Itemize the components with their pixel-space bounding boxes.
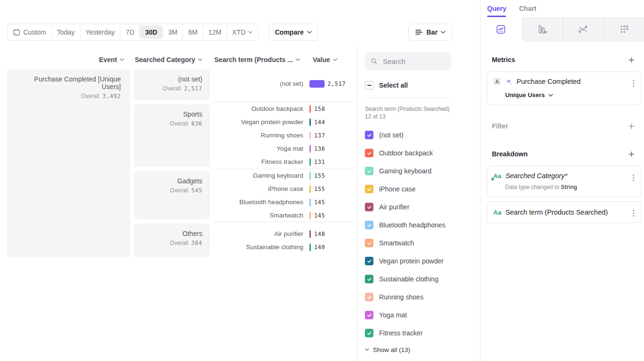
column-header-search-term[interactable]: Search term (Products ... [212, 55, 300, 64]
plus-icon [628, 56, 635, 63]
date-range-12m[interactable]: 12M [203, 24, 227, 40]
value-bar[interactable] [309, 212, 311, 219]
series-item-air-purifier[interactable]: Air purifier [365, 198, 480, 216]
breakdown-heading-row: Breakdown [481, 150, 644, 158]
column-header-value[interactable]: Value [313, 55, 341, 64]
value-bar[interactable] [309, 244, 311, 251]
series-checkbox[interactable] [365, 275, 373, 283]
value-bar[interactable] [309, 105, 311, 113]
date-range-custom[interactable]: Custom [8, 24, 52, 40]
series-checkbox[interactable] [365, 203, 373, 211]
select-all-checkbox[interactable] [365, 81, 373, 90]
date-range-yesterday[interactable]: Yesterday [81, 24, 121, 40]
category-name: Gadgets [142, 177, 202, 185]
value-bar[interactable] [309, 158, 311, 166]
series-checkbox[interactable] [365, 131, 373, 139]
series-item-fitness-tracker[interactable]: Fitness tracker [365, 324, 480, 342]
date-range-label: Custom [23, 28, 46, 36]
series-item-not-set[interactable]: (not set) [365, 126, 480, 144]
category-cell-sports: Sports Overall636 [134, 104, 210, 167]
date-range-control[interactable]: CustomTodayYesterday7D30D3M6M12MXTD [7, 24, 258, 41]
aggregation-dropdown[interactable]: Unique Users [505, 91, 553, 99]
add-breakdown-button[interactable] [628, 151, 635, 158]
metric-card[interactable]: A Purchase Completed Unique Users [487, 72, 642, 105]
add-filter-button[interactable] [628, 123, 635, 130]
value-bar[interactable] [309, 132, 311, 139]
series-checkbox[interactable] [365, 185, 373, 193]
report-tab-retention[interactable] [604, 17, 644, 42]
value-bar[interactable] [309, 172, 311, 180]
value-number: 148 [314, 231, 325, 237]
value-bar[interactable] [309, 185, 311, 193]
series-search-box[interactable] [365, 52, 451, 70]
breakdown-options-kebab-icon[interactable] [631, 208, 636, 218]
series-checkbox[interactable] [365, 257, 373, 265]
series-checkbox[interactable] [365, 149, 373, 157]
event-overall-value: 3,492 [102, 93, 121, 99]
value-row-yoga-mat: Yoga mat 136 [212, 142, 354, 155]
tab-chart[interactable]: Chart [519, 0, 536, 17]
date-range-today[interactable]: Today [52, 24, 80, 40]
breakdown-property-name: Search term (Products Searched) [506, 208, 608, 216]
value-bar[interactable] [309, 145, 311, 153]
value-bar[interactable] [309, 80, 325, 88]
series-item-bluetooth-headphones[interactable]: Bluetooth headphones [365, 216, 480, 234]
series-item-gaming-keyboard[interactable]: Gaming keyboard [365, 162, 480, 180]
tab-query[interactable]: Query [487, 0, 506, 17]
data-type-note: Data type changed to String [505, 184, 635, 190]
value-number: 145 [314, 199, 325, 206]
series-item-vegan-protein-powder[interactable]: Vegan protein powder [365, 252, 480, 270]
series-item-outdoor-backpack[interactable]: Outdoor backpack [365, 144, 480, 162]
show-all-button[interactable]: Show all (13) [365, 342, 480, 357]
breakdown-heading: Breakdown [492, 150, 527, 158]
column-header-event[interactable]: Event [7, 55, 124, 64]
report-tab-insights[interactable] [481, 17, 521, 42]
date-range-3m[interactable]: 3M [163, 24, 183, 40]
value-bar[interactable] [309, 199, 311, 206]
series-item-yoga-mat[interactable]: Yoga mat [365, 306, 480, 324]
date-range-label: 12M [209, 28, 221, 36]
select-all-row[interactable]: Select all [365, 81, 480, 90]
series-checkbox[interactable] [365, 293, 373, 301]
add-metric-button[interactable] [628, 56, 635, 63]
aggregation-label: Unique Users [505, 91, 545, 99]
date-range-7d[interactable]: 7D [120, 24, 140, 40]
category-cell-others: Others Overall384 [134, 224, 210, 257]
search-term-label: iPhone case [212, 182, 303, 196]
series-checkbox[interactable] [365, 239, 373, 247]
overall-label: Overall [170, 240, 188, 246]
category-cell-gadgets: Gadgets Overall545 [134, 171, 210, 219]
series-item-sustainable-clothing[interactable]: Sustainable clothing [365, 270, 480, 288]
value-row-air-purifier: Air purifier 148 [212, 227, 354, 241]
value-row-gaming-keyboard: Gaming keyboard 155 [212, 169, 354, 182]
metric-options-kebab-icon[interactable] [631, 78, 636, 89]
value-bar[interactable] [309, 230, 311, 238]
report-tab-funnels[interactable] [522, 17, 562, 42]
series-item-iphone-case[interactable]: iPhone case [365, 180, 480, 198]
series-checkbox[interactable] [365, 311, 373, 319]
string-property-icon: Aa✱ [493, 173, 501, 179]
check-icon [367, 169, 372, 174]
series-search-input[interactable] [382, 57, 445, 66]
compare-button[interactable]: Compare [268, 24, 318, 41]
value-row-iphone-case: iPhone case 155 [212, 182, 354, 196]
series-checkbox[interactable] [365, 221, 373, 229]
chart-type-button[interactable]: Bar [408, 24, 452, 41]
value-row-not-set: (not set) 2,517 [212, 77, 354, 90]
series-item-running-shoes[interactable]: Running shoes [365, 288, 480, 306]
event-name: Purchase Completed [Unique Users] [17, 75, 121, 90]
category-name: Others [142, 230, 202, 237]
breakdown-card-searched-category[interactable]: Aa✱ Searched Category* Data type changed… [487, 166, 642, 197]
series-item-smartwatch[interactable]: Smartwatch [365, 234, 480, 252]
breakdown-card-search-term[interactable]: Aa Search term (Products Searched) [487, 201, 642, 223]
breakdown-options-kebab-icon[interactable] [631, 172, 636, 183]
date-range-30d[interactable]: 30D [140, 26, 163, 39]
series-checkbox[interactable] [365, 329, 373, 337]
date-range-xtd[interactable]: XTD [227, 24, 258, 40]
value-bar[interactable] [309, 118, 311, 126]
metric-series-badge: A [493, 78, 501, 85]
report-tab-flows[interactable] [562, 17, 603, 42]
series-checkbox[interactable] [365, 167, 373, 175]
column-header-searched-category[interactable]: Searched Category [134, 55, 202, 64]
date-range-6m[interactable]: 6M [183, 24, 203, 40]
